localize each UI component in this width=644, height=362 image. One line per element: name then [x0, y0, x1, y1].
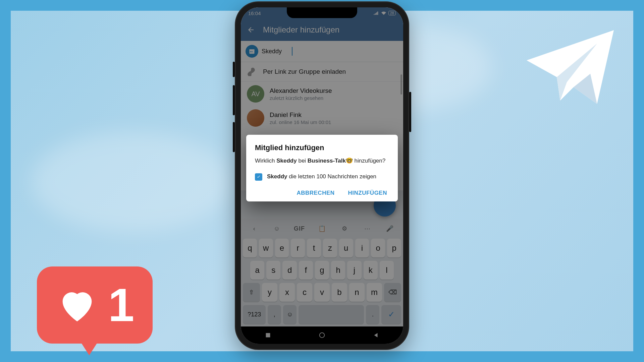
confirm-button[interactable]: HINZUFÜGEN	[346, 189, 389, 197]
checkbox-checked-icon[interactable]	[255, 173, 262, 181]
like-bubble-tail	[77, 337, 101, 355]
phone-side-button	[409, 92, 411, 132]
checkbox-label: Skeddy die letzten 100 Nachrichten zeige…	[267, 173, 376, 181]
dialog-title: Mitglied hinzufügen	[255, 143, 389, 152]
phone-side-button	[233, 85, 235, 115]
screen: 16:04 28 Mitglieder hinzufügen	[241, 7, 403, 344]
cancel-button[interactable]: ABBRECHEN	[294, 189, 336, 197]
phone-frame: 16:04 28 Mitglieder hinzufügen	[235, 1, 409, 350]
like-count: 1	[108, 282, 135, 328]
phone-notch	[287, 7, 357, 18]
heart-icon	[55, 283, 99, 327]
like-bubble: 1	[37, 266, 153, 344]
phone-side-button	[233, 122, 235, 152]
add-member-dialog: Mitglied hinzufügen Wirklich Skeddy bei …	[246, 135, 398, 201]
stage: 1 16:04 28 Mitglieder hinzu	[0, 0, 644, 362]
dialog-body: Wirklich Skeddy bei Business-Talk🤓 hinzu…	[255, 157, 389, 165]
phone-side-button	[233, 62, 235, 77]
telegram-plane-icon	[520, 23, 621, 111]
dialog-checkbox-row[interactable]: Skeddy die letzten 100 Nachrichten zeige…	[255, 173, 389, 181]
